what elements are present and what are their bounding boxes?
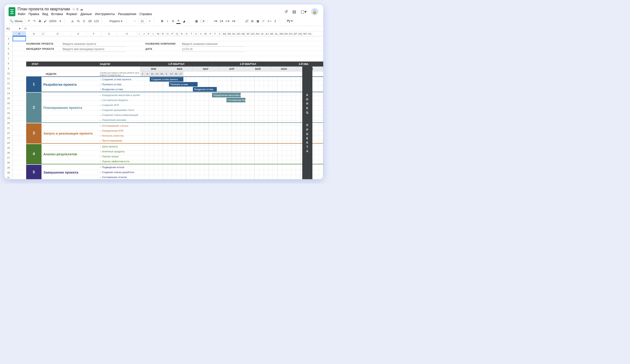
row-header-11[interactable]: 11 <box>4 76 13 81</box>
column-header-O[interactable]: O <box>165 31 170 36</box>
column-header-AE[interactable]: AE <box>241 31 246 36</box>
column-header-M[interactable]: M <box>156 31 160 36</box>
column-header-B[interactable]: B <box>26 31 42 36</box>
task-item[interactable]: – Цели проекта <box>100 144 140 149</box>
task-item[interactable]: – Создание плана коммуникаций <box>100 112 140 117</box>
task-item[interactable]: – Конечные продукты <box>100 149 140 154</box>
column-header-AP[interactable]: AP <box>293 31 298 36</box>
column-header-AJ[interactable]: AJ <box>265 31 270 36</box>
row-header-21[interactable]: 21 <box>4 126 13 130</box>
column-header-Y[interactable]: Y <box>213 31 218 36</box>
column-header-AD[interactable]: AD <box>236 31 241 36</box>
column-header-F[interactable]: F <box>86 31 102 36</box>
task-item[interactable]: – Прогнозирование <box>100 138 140 143</box>
python-button[interactable]: Py ▾ <box>286 19 294 23</box>
font-size-input[interactable]: 11 <box>138 19 146 23</box>
column-header-AC[interactable]: AC <box>232 31 236 36</box>
cloud-status-icon[interactable]: ☁ <box>80 7 83 11</box>
increase-decimal-button[interactable]: .00 <box>87 18 92 24</box>
week-num[interactable]: 27 <box>179 71 184 76</box>
link-button[interactable]: 🔗 <box>244 18 249 24</box>
column-header-AF[interactable]: AF <box>246 31 250 36</box>
document-title[interactable]: План проекта по кварталам <box>18 7 70 11</box>
row-header-6[interactable]: 6 <box>4 51 13 56</box>
week-num[interactable]: 16 <box>150 71 154 76</box>
percent-button[interactable]: % <box>76 18 80 24</box>
column-header-AS[interactable]: AS <box>308 31 312 36</box>
bold-button[interactable]: B <box>160 18 164 24</box>
comment-button[interactable]: ⊞ <box>250 18 254 24</box>
menu-file[interactable]: Файл <box>18 12 25 16</box>
column-header-R[interactable]: R <box>180 31 184 36</box>
week-num[interactable]: 9 <box>145 71 150 76</box>
move-folder-icon[interactable]: ⎘ <box>76 7 78 11</box>
row-header-13[interactable]: 13 <box>4 86 13 91</box>
row-header-5[interactable]: 5 <box>4 46 13 51</box>
history-icon[interactable]: ↺ <box>284 9 288 14</box>
column-header-AK[interactable]: AK <box>270 31 274 36</box>
task-item[interactable]: – Составление отчетов <box>100 175 140 179</box>
undo-button[interactable]: ↶ <box>27 18 31 24</box>
row-header-27[interactable]: 27 <box>4 155 13 160</box>
column-header-AA[interactable]: AA <box>222 31 227 36</box>
filter-views-button[interactable]: ⩚▾ <box>266 18 272 24</box>
row-header-30[interactable]: 30 <box>4 170 13 175</box>
row-header-29[interactable]: 29 <box>4 165 13 170</box>
row-header-12[interactable]: 12 <box>4 81 13 86</box>
task-item[interactable]: – Оценка эффективности <box>100 159 140 164</box>
task-item[interactable]: – Определение КПЭ <box>100 128 140 133</box>
select-all-corner[interactable] <box>4 31 13 36</box>
more-formats-button[interactable]: 123 <box>94 18 99 24</box>
increase-font-button[interactable]: + <box>148 18 152 24</box>
v-align-button[interactable]: ┼▾ <box>219 18 224 24</box>
column-header-AH[interactable]: AH <box>255 31 260 36</box>
column-header-L[interactable]: L <box>151 31 156 36</box>
column-header-D[interactable]: D <box>45 31 71 36</box>
row-header-25[interactable]: 25 <box>4 145 13 150</box>
menu-format[interactable]: Формат <box>66 12 77 16</box>
currency-ruble-button[interactable]: р. <box>71 18 75 24</box>
borders-button[interactable]: ▦ <box>194 18 198 24</box>
task-item[interactable]: – Создание устава проекта <box>100 77 140 82</box>
column-header-Q[interactable]: Q <box>175 31 180 36</box>
task-item[interactable]: – Контроль качества <box>100 133 140 138</box>
column-header-Z[interactable]: Z <box>218 31 222 36</box>
task-item[interactable]: – Проверка устава <box>100 82 140 87</box>
merge-button[interactable]: ⬚▾ <box>200 18 205 24</box>
column-header-AI[interactable]: AI <box>260 31 265 36</box>
task-item[interactable]: – Создание списка доработок <box>100 170 140 175</box>
menu-data[interactable]: Данные <box>80 12 92 16</box>
row-header-23[interactable]: 23 <box>4 135 13 140</box>
menu-insert[interactable]: Вставка <box>51 12 63 16</box>
column-header-P[interactable]: P <box>170 31 175 36</box>
row-header-15[interactable]: 15 <box>4 96 13 100</box>
formula-bar[interactable] <box>28 26 323 31</box>
wrap-button[interactable]: ↵▾ <box>225 18 230 24</box>
column-header-H[interactable]: H <box>117 31 137 36</box>
h-align-button[interactable]: ≡▾ <box>214 18 218 24</box>
gantt-bar[interactable]: Проверка устава <box>169 82 198 86</box>
column-header-G[interactable]: G <box>102 31 117 36</box>
column-header-AM[interactable]: AM <box>279 31 284 36</box>
redo-button[interactable]: ↷ <box>32 18 36 24</box>
task-item[interactable]: – Определение масштаба и целей <box>100 93 140 98</box>
functions-button[interactable]: Σ <box>274 18 278 24</box>
gantt-bar[interactable]: Внедрение устава <box>193 87 217 91</box>
column-header-AO[interactable]: AO <box>288 31 293 36</box>
column-header-W[interactable]: W <box>203 31 208 36</box>
zoom-select[interactable]: 100% <box>48 18 57 24</box>
column-header-AQ[interactable]: AQ <box>298 31 303 36</box>
column-header-U[interactable]: U <box>194 31 198 36</box>
paint-format-button[interactable]: 🖌 <box>43 18 47 24</box>
row-header-16[interactable]: 16 <box>4 101 13 105</box>
search-menu-button[interactable]: 🔍 Меню <box>8 18 26 24</box>
task-item[interactable]: – Управление рисками <box>100 117 140 122</box>
gantt-bar[interactable]: Создание устава проекта <box>150 77 183 82</box>
row-header-14[interactable]: 14 <box>4 91 13 96</box>
company-name-input[interactable]: Введите название компании <box>182 41 245 47</box>
chart-button[interactable]: ▦ <box>256 18 260 24</box>
column-header-AG[interactable]: AG <box>250 31 255 36</box>
gantt-bar[interactable]: Определение масштаба и це <box>212 93 241 97</box>
column-header-X[interactable]: X <box>208 31 213 36</box>
row-header-10[interactable]: 10 <box>4 71 13 76</box>
